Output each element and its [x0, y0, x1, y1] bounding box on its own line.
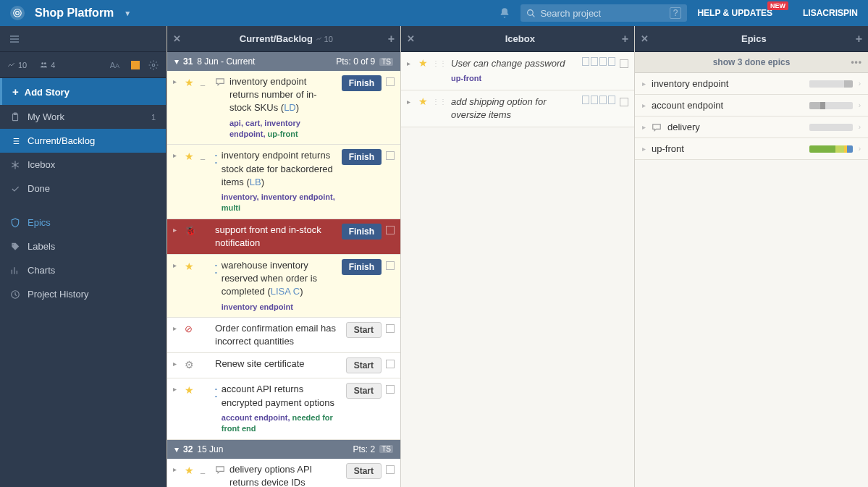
- story-checkbox[interactable]: [386, 360, 395, 368]
- finish-button[interactable]: Finish: [342, 224, 382, 240]
- feature-icon: ★: [185, 151, 194, 162]
- sidebar-item-charts[interactable]: Charts: [0, 258, 166, 282]
- expand-icon[interactable]: ▸: [173, 463, 180, 487]
- list-icon: [10, 136, 20, 146]
- sidebar-toggle[interactable]: [0, 26, 166, 52]
- expand-icon[interactable]: ▸: [642, 123, 646, 131]
- sidebar-item-my-work[interactable]: My Work1: [0, 105, 166, 129]
- story-points: [201, 357, 211, 373]
- sidebar-item-labels[interactable]: Labels: [0, 234, 166, 258]
- story-checkbox[interactable]: [386, 226, 395, 234]
- done-epics-toggle[interactable]: show 3 done epics •••: [635, 52, 868, 73]
- chevron-right-icon[interactable]: ›: [859, 101, 861, 109]
- story-checkbox[interactable]: [386, 385, 395, 394]
- add-story-button[interactable]: Add Story: [0, 78, 166, 105]
- epic-row[interactable]: ▸delivery›: [635, 117, 868, 138]
- chevron-right-icon[interactable]: ›: [859, 80, 861, 88]
- expand-icon[interactable]: ▸: [642, 80, 646, 88]
- story-checkbox[interactable]: [620, 98, 628, 106]
- drag-icon[interactable]: ⋮⋮: [432, 57, 447, 85]
- font-size-icon[interactable]: AA: [110, 61, 119, 69]
- project-dropdown-icon[interactable]: ▼: [124, 9, 131, 17]
- snow-icon: [10, 160, 20, 170]
- story-card[interactable]: ▸★_••inventory endpoint returns stock da…: [167, 145, 400, 219]
- story-card[interactable]: ▸★_inventory endpoint returns number of …: [167, 71, 400, 145]
- story-card[interactable]: ▸⚙Renew site certificateStart: [167, 353, 400, 378]
- project-title[interactable]: Shop Platform: [35, 7, 114, 20]
- icebox-story[interactable]: ▸★⋮⋮User can change passwordup-front: [401, 52, 634, 90]
- epic-name: up-front: [652, 143, 804, 154]
- search-input[interactable]: [540, 8, 665, 19]
- chevron-right-icon[interactable]: ›: [859, 123, 861, 131]
- drag-icon[interactable]: ⋮⋮: [432, 96, 447, 122]
- expand-icon[interactable]: ▸: [407, 96, 414, 122]
- sidebar-item-done[interactable]: Done: [0, 177, 166, 200]
- color-indicator[interactable]: [131, 61, 140, 69]
- icebox-story[interactable]: ▸★⋮⋮add shipping option for oversize ite…: [401, 90, 634, 127]
- close-panel-icon[interactable]: ✕: [641, 33, 652, 45]
- expand-icon[interactable]: ▸: [173, 149, 180, 213]
- epic-row[interactable]: ▸account endpoint›: [635, 95, 868, 117]
- chevron-right-icon[interactable]: ›: [859, 145, 861, 153]
- add-story-panel-icon[interactable]: +: [388, 33, 395, 46]
- sidebar-item-current-backlog[interactable]: Current/Backlog: [0, 129, 166, 153]
- expand-icon[interactable]: ▸: [173, 357, 180, 373]
- epic-row[interactable]: ▸inventory endpoint›: [635, 73, 868, 95]
- add-story-panel-icon[interactable]: +: [622, 33, 628, 46]
- finish-button[interactable]: Finish: [342, 149, 382, 165]
- nav-label: Project History: [28, 289, 89, 300]
- expand-icon[interactable]: ▸: [173, 383, 180, 434]
- start-button[interactable]: Start: [346, 322, 382, 338]
- finish-button[interactable]: Finish: [342, 75, 382, 91]
- nav-label: My Work: [28, 111, 64, 122]
- user-menu[interactable]: LISACRISPIN: [803, 8, 858, 18]
- bell-icon[interactable]: [499, 7, 510, 19]
- search-help-icon[interactable]: ?: [670, 7, 682, 19]
- members-count: 4: [51, 61, 55, 69]
- estimate-buttons[interactable]: [582, 57, 615, 85]
- story-checkbox[interactable]: [386, 77, 395, 86]
- app-logo-icon[interactable]: [10, 6, 25, 20]
- expand-icon[interactable]: ▸: [173, 75, 180, 140]
- iteration-header[interactable]: ▾3215 JunPts: 2TS: [167, 440, 400, 459]
- start-button[interactable]: Start: [346, 463, 382, 479]
- expand-icon[interactable]: ▸: [642, 145, 646, 153]
- close-panel-icon[interactable]: ✕: [407, 33, 418, 45]
- feature-icon: ★: [185, 77, 194, 88]
- expand-icon[interactable]: ▸: [173, 322, 180, 348]
- finish-button[interactable]: Finish: [342, 259, 382, 275]
- settings-icon[interactable]: [148, 60, 159, 70]
- story-card[interactable]: ▸★_delivery options API returns device I…: [167, 459, 400, 487]
- sidebar-item-epics[interactable]: Epics: [0, 211, 166, 234]
- feature-icon: ★: [418, 96, 428, 122]
- sidebar-item-icebox[interactable]: Icebox: [0, 153, 166, 177]
- svg-point-4: [44, 62, 46, 64]
- story-card[interactable]: ▸⊘Order confirmation email has incorrect…: [167, 318, 400, 353]
- story-title: delivery options API returns device IDsd…: [229, 463, 342, 487]
- epic-more-icon[interactable]: •••: [851, 57, 862, 67]
- expand-icon[interactable]: ▸: [642, 101, 646, 109]
- close-panel-icon[interactable]: ✕: [173, 33, 185, 45]
- start-button[interactable]: Start: [346, 357, 382, 373]
- expand-icon[interactable]: ▸: [173, 224, 180, 250]
- story-title: User can change passwordup-front: [451, 57, 578, 85]
- story-card[interactable]: ▸★••account API returns encrypted paymen…: [167, 378, 400, 439]
- epic-row[interactable]: ▸up-front›: [635, 138, 868, 160]
- chore-icon: ⚙: [185, 359, 194, 370]
- search-box[interactable]: ?: [521, 4, 687, 22]
- start-button[interactable]: Start: [346, 383, 382, 399]
- sidebar-item-project-history[interactable]: Project History: [0, 282, 166, 306]
- story-checkbox[interactable]: [386, 465, 395, 474]
- expand-icon[interactable]: ▸: [407, 57, 414, 85]
- estimate-buttons[interactable]: [582, 96, 615, 122]
- expand-icon[interactable]: ▸: [173, 259, 180, 313]
- add-epic-icon[interactable]: +: [856, 33, 862, 46]
- story-checkbox[interactable]: [386, 324, 395, 333]
- help-updates-link[interactable]: HELP & UPDATES NEW: [697, 8, 772, 18]
- story-card[interactable]: ▸🐞support front end in-stock notificatio…: [167, 219, 400, 255]
- story-checkbox[interactable]: [620, 59, 628, 68]
- iteration-header[interactable]: ▾318 Jun - CurrentPts: 0 of 9TS: [167, 52, 400, 71]
- story-card[interactable]: ▸★••warehouse inventory reserved when or…: [167, 255, 400, 318]
- story-checkbox[interactable]: [386, 151, 395, 160]
- story-checkbox[interactable]: [386, 261, 395, 270]
